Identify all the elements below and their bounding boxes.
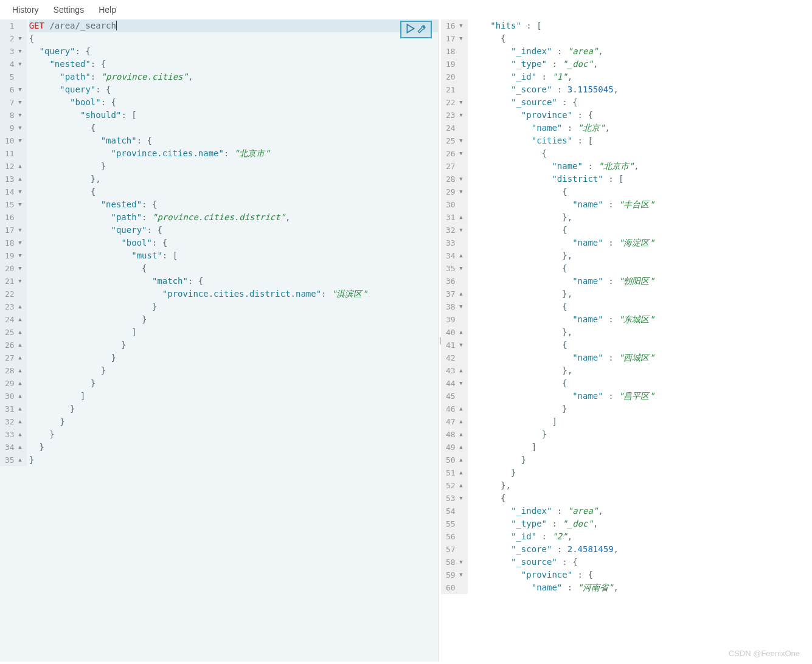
fold-open-icon[interactable]: ▼ <box>16 249 22 262</box>
fold-close-icon[interactable]: ▲ <box>16 351 22 364</box>
fold-open-icon[interactable]: ▼ <box>457 377 463 390</box>
menu-help[interactable]: Help <box>99 5 116 15</box>
code-line[interactable]: "province.cities.name": "北京市" <box>29 147 438 160</box>
request-editor[interactable]: 12▼3▼4▼56▼7▼8▼9▼10▼1112▲13▲14▼15▼1617▼18… <box>0 19 438 466</box>
code-line[interactable]: ] <box>29 390 438 403</box>
fold-close-icon[interactable]: ▲ <box>16 364 22 377</box>
response-pane[interactable]: 16▼17▼1819202122▼23▼2425▼26▼2728▼29▼3031… <box>441 19 812 662</box>
code-line[interactable]: "match": { <box>29 134 438 147</box>
fold-open-icon[interactable]: ▼ <box>457 19 463 32</box>
code-line[interactable]: "path": "province.cities", <box>29 71 438 83</box>
menu-history[interactable]: History <box>12 5 39 15</box>
play-icon[interactable] <box>405 23 416 36</box>
code-line[interactable]: } <box>29 339 438 351</box>
fold-open-icon[interactable]: ▼ <box>457 300 463 313</box>
fold-open-icon[interactable]: ▼ <box>457 96 463 109</box>
code-line[interactable]: "path": "province.cities.district", <box>29 211 438 224</box>
menu-settings[interactable]: Settings <box>54 5 85 15</box>
code-line[interactable]: { <box>29 122 438 134</box>
code-line[interactable]: "nested": { <box>29 58 438 71</box>
code-line[interactable]: }, <box>29 173 438 185</box>
request-pane[interactable]: 12▼3▼4▼56▼7▼8▼9▼10▼1112▲13▲14▼15▼1617▼18… <box>0 19 439 662</box>
fold-open-icon[interactable]: ▼ <box>457 134 463 147</box>
fold-open-icon[interactable]: ▼ <box>457 492 463 505</box>
code-line[interactable]: "bool": { <box>29 96 438 109</box>
code-line[interactable]: } <box>29 313 438 326</box>
fold-open-icon[interactable]: ▼ <box>16 275 22 288</box>
wrench-icon[interactable] <box>416 23 427 36</box>
fold-close-icon[interactable]: ▲ <box>457 428 463 441</box>
fold-close-icon[interactable]: ▲ <box>457 403 463 415</box>
code-line[interactable]: "query": { <box>29 45 438 58</box>
code-line[interactable]: } <box>29 428 438 441</box>
code-line[interactable]: { <box>29 262 438 275</box>
code-line[interactable]: } <box>29 160 438 173</box>
code-line[interactable]: { <box>29 185 438 198</box>
fold-open-icon[interactable]: ▼ <box>457 147 463 160</box>
code-line[interactable]: { <box>29 32 438 45</box>
code-line[interactable]: } <box>29 415 438 428</box>
fold-open-icon[interactable]: ▼ <box>457 556 463 569</box>
code-line[interactable]: ] <box>29 326 438 339</box>
fold-close-icon[interactable]: ▲ <box>457 288 463 300</box>
code-line[interactable]: "match": { <box>29 275 438 288</box>
fold-open-icon[interactable]: ▼ <box>16 262 22 275</box>
fold-close-icon[interactable]: ▲ <box>457 364 463 377</box>
fold-close-icon[interactable]: ▲ <box>457 466 463 479</box>
fold-close-icon[interactable]: ▲ <box>457 479 463 492</box>
code-line[interactable]: "bool": { <box>29 237 438 249</box>
fold-open-icon[interactable]: ▼ <box>457 109 463 122</box>
code-line[interactable]: "must": [ <box>29 249 438 262</box>
fold-open-icon[interactable]: ▼ <box>16 83 22 96</box>
code-line[interactable]: } <box>29 377 438 390</box>
code-line[interactable]: } <box>29 364 438 377</box>
fold-open-icon[interactable]: ▼ <box>16 237 22 249</box>
request-code[interactable]: GET /area/_search{ "query": { "nested": … <box>27 19 438 466</box>
fold-close-icon[interactable]: ▲ <box>16 173 22 185</box>
fold-close-icon[interactable]: ▲ <box>16 160 22 173</box>
fold-open-icon[interactable]: ▼ <box>457 173 463 185</box>
fold-open-icon[interactable]: ▼ <box>16 198 22 211</box>
fold-close-icon[interactable]: ▲ <box>16 454 22 466</box>
fold-open-icon[interactable]: ▼ <box>457 32 463 45</box>
fold-close-icon[interactable]: ▲ <box>457 441 463 454</box>
code-line[interactable]: "should": [ <box>29 109 438 122</box>
code-line[interactable]: } <box>29 351 438 364</box>
fold-close-icon[interactable]: ▲ <box>16 403 22 415</box>
code-line[interactable]: } <box>29 403 438 415</box>
code-line[interactable]: } <box>29 441 438 454</box>
fold-close-icon[interactable]: ▲ <box>457 415 463 428</box>
code-line[interactable]: } <box>29 454 438 466</box>
fold-open-icon[interactable]: ▼ <box>16 224 22 237</box>
fold-close-icon[interactable]: ▲ <box>16 390 22 403</box>
fold-close-icon[interactable]: ▲ <box>16 326 22 339</box>
fold-close-icon[interactable]: ▲ <box>457 211 463 224</box>
fold-close-icon[interactable]: ▲ <box>457 454 463 466</box>
fold-open-icon[interactable]: ▼ <box>16 58 22 71</box>
fold-close-icon[interactable]: ▲ <box>16 377 22 390</box>
fold-open-icon[interactable]: ▼ <box>16 45 22 58</box>
code-line[interactable]: GET /area/_search <box>29 19 438 32</box>
code-line[interactable]: "province.cities.district.name": "淇滨区" <box>29 288 438 300</box>
fold-open-icon[interactable]: ▼ <box>16 32 22 45</box>
fold-open-icon[interactable]: ▼ <box>16 134 22 147</box>
fold-open-icon[interactable]: ▼ <box>16 96 22 109</box>
code-line[interactable]: "query": { <box>29 224 438 237</box>
fold-close-icon[interactable]: ▲ <box>16 415 22 428</box>
fold-open-icon[interactable]: ▼ <box>16 185 22 198</box>
fold-open-icon[interactable]: ▼ <box>457 185 463 198</box>
fold-close-icon[interactable]: ▲ <box>16 339 22 351</box>
fold-close-icon[interactable]: ▲ <box>16 428 22 441</box>
code-line[interactable]: "query": { <box>29 83 438 96</box>
code-line[interactable]: "nested": { <box>29 198 438 211</box>
fold-open-icon[interactable]: ▼ <box>457 339 463 351</box>
fold-open-icon[interactable]: ▼ <box>457 569 463 581</box>
fold-open-icon[interactable]: ▼ <box>16 122 22 134</box>
fold-open-icon[interactable]: ▼ <box>16 109 22 122</box>
fold-close-icon[interactable]: ▲ <box>16 313 22 326</box>
fold-open-icon[interactable]: ▼ <box>457 262 463 275</box>
fold-close-icon[interactable]: ▲ <box>16 441 22 454</box>
fold-open-icon[interactable]: ▼ <box>457 224 463 237</box>
fold-close-icon[interactable]: ▲ <box>16 300 22 313</box>
fold-close-icon[interactable]: ▲ <box>457 249 463 262</box>
